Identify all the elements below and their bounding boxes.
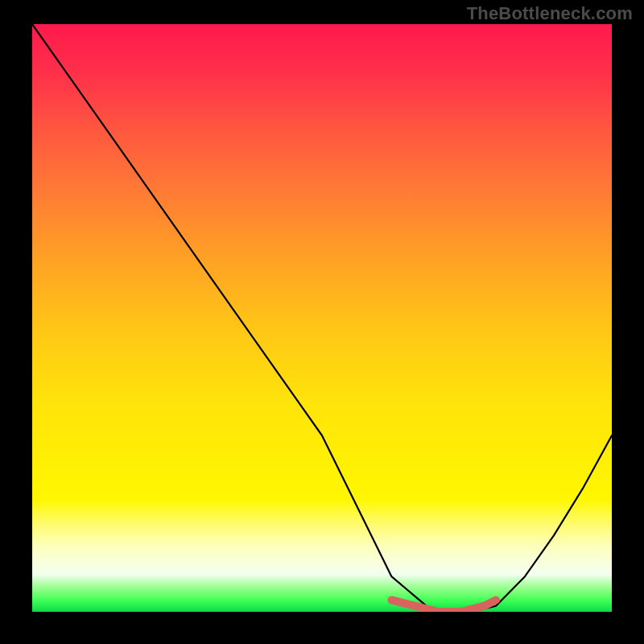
optimal-range-path (391, 600, 496, 612)
bottleneck-curve-path (32, 24, 612, 612)
curve-layer (32, 24, 612, 612)
watermark-text: TheBottleneck.com (467, 3, 633, 24)
chart-frame: TheBottleneck.com (0, 0, 644, 644)
plot-area (32, 24, 612, 612)
